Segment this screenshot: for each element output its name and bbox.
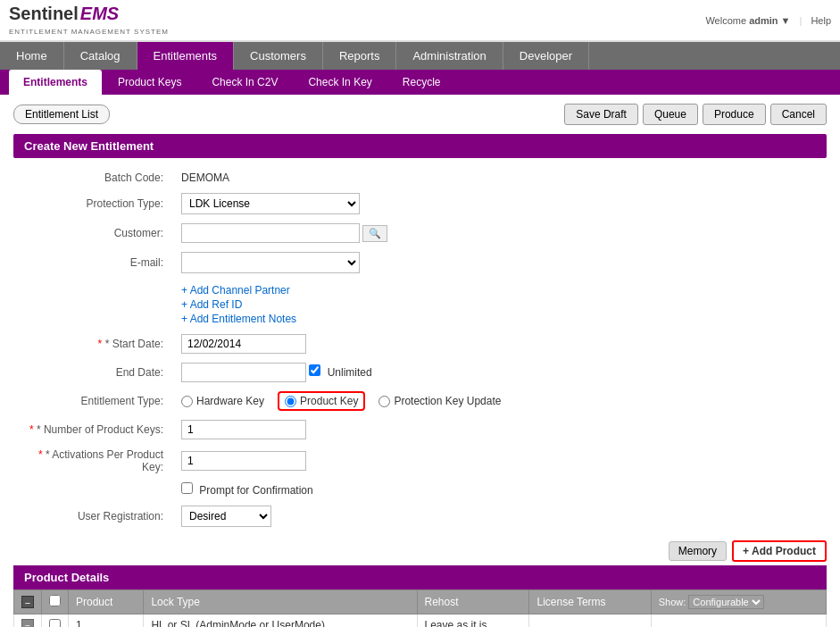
save-draft-button-top[interactable]: Save Draft <box>564 104 638 125</box>
col-rehost: Rehost <box>417 590 529 614</box>
customer-label: Customer: <box>13 219 174 247</box>
end-date-label: End Date: <box>13 358 174 387</box>
col-show: Show: Configurable All <box>651 590 826 614</box>
license-terms-cell <box>529 614 651 628</box>
nav-entitlements[interactable]: Entitlements <box>137 42 235 70</box>
app-logo: Sentinel EMS ENTITLEMENT MANAGEMENT SYST… <box>9 4 169 37</box>
nav-customers[interactable]: Customers <box>234 42 323 70</box>
customer-search-button[interactable]: 🔍 <box>362 225 387 242</box>
email-select[interactable] <box>181 252 360 273</box>
nav-developer[interactable]: Developer <box>503 42 589 70</box>
add-product-button[interactable]: + Add Product <box>732 540 827 562</box>
produce-button-top[interactable]: Produce <box>703 104 766 125</box>
email-label: E-mail: <box>13 247 174 278</box>
product-row: − 1 HL or SL (AdminMode or UserMode) Lea… <box>14 614 827 628</box>
top-action-bar: Entitlement List Save Draft Queue Produc… <box>13 104 827 125</box>
logo-sentinel: Sentinel <box>9 4 79 24</box>
subnav-check-in-key[interactable]: Check In Key <box>294 70 386 95</box>
hardware-key-option[interactable]: Hardware Key <box>181 395 264 407</box>
num-product-keys-label: * * Number of Product Keys: <box>13 415 174 444</box>
help-link[interactable]: Help <box>811 15 831 26</box>
create-entitlement-header: Create New Entitlement <box>13 134 827 158</box>
user-registration-select[interactable]: Desired Required Not Required <box>181 506 271 527</box>
cancel-button-top[interactable]: Cancel <box>770 104 827 125</box>
col-collapse: − <box>14 590 42 614</box>
start-date-label: * * Start Date: <box>13 330 174 358</box>
add-channel-partner-link[interactable]: + Add Channel Partner <box>181 284 819 297</box>
top-action-buttons: Save Draft Queue Produce Cancel <box>564 104 827 125</box>
user-registration-label: User Registration: <box>13 501 174 531</box>
col-license-terms: License Terms <box>529 590 651 614</box>
configurable-cell <box>651 614 826 628</box>
batch-code-label: Batch Code: <box>13 167 174 188</box>
activations-per-key-label: * * Activations Per Product Key: <box>13 444 174 478</box>
product-key-radio[interactable] <box>285 396 296 407</box>
nav-home[interactable]: Home <box>0 42 64 70</box>
lock-type-cell: HL or SL (AdminMode or UserMode) <box>144 614 417 628</box>
prompt-confirmation-checkbox[interactable] <box>181 482 193 494</box>
start-date-input[interactable] <box>181 334 306 354</box>
logo-subtitle: ENTITLEMENT MANAGEMENT SYSTEM <box>9 28 169 36</box>
sub-navigation: Entitlements Product Keys Check In C2V C… <box>0 70 840 95</box>
subnav-product-keys[interactable]: Product Keys <box>104 70 195 95</box>
entitlement-list-breadcrumb-top[interactable]: Entitlement List <box>13 104 110 124</box>
add-ref-id-link[interactable]: + Add Ref ID <box>181 298 819 311</box>
row-checkbox[interactable] <box>49 619 61 627</box>
entitlement-form: Batch Code: DEMOMA Protection Type: LDK … <box>13 167 827 531</box>
subnav-entitlements[interactable]: Entitlements <box>9 70 102 95</box>
nav-catalog[interactable]: Catalog <box>64 42 137 70</box>
protection-type-label: Protection Type: <box>13 188 174 219</box>
col-lock-type: Lock Type <box>144 590 417 614</box>
col-product: Product <box>69 590 144 614</box>
product-details-header: Product Details <box>13 565 827 589</box>
unlimited-checkbox[interactable] <box>309 364 320 376</box>
welcome-text: Welcome admin ▼ <box>705 15 790 26</box>
prompt-confirm-label-cell <box>13 478 174 501</box>
protection-key-update-radio[interactable] <box>378 396 390 407</box>
show-select[interactable]: Configurable All <box>688 595 764 609</box>
links-label <box>13 278 174 330</box>
activations-per-key-input[interactable] <box>181 451 306 471</box>
unlimited-label: Unlimited <box>328 366 372 379</box>
protection-type-select[interactable]: LDK License HL License SL License <box>181 193 360 214</box>
subnav-recycle[interactable]: Recycle <box>388 70 455 95</box>
col-checkbox <box>42 590 69 614</box>
customer-input[interactable] <box>181 223 360 243</box>
subnav-check-in-c2v[interactable]: Check In C2V <box>197 70 292 95</box>
entitlement-type-label: Entitlement Type: <box>13 387 174 415</box>
nav-administration[interactable]: Administration <box>396 42 503 70</box>
memory-button[interactable]: Memory <box>669 541 727 561</box>
rehost-cell: Leave as it is <box>417 614 529 628</box>
collapse-all-icon[interactable]: − <box>21 596 34 608</box>
nav-reports[interactable]: Reports <box>323 42 397 70</box>
end-date-input[interactable] <box>181 363 306 382</box>
product-details-table: − Product Lock Type Rehost License Terms… <box>13 589 827 627</box>
batch-code-value: DEMOMA <box>174 167 827 188</box>
entitlement-type-radio-group: Hardware Key Product Key Protection Key … <box>181 391 819 411</box>
add-entitlement-notes-link[interactable]: + Add Entitlement Notes <box>181 313 819 325</box>
logo-ems: EMS <box>80 4 119 24</box>
hardware-key-radio[interactable] <box>181 396 193 407</box>
main-content: Entitlement List Save Draft Queue Produc… <box>0 95 840 627</box>
top-right-bar: Welcome admin ▼ | Help <box>705 15 831 26</box>
queue-button-top[interactable]: Queue <box>643 104 698 125</box>
product-id-cell: 1 <box>69 614 144 628</box>
select-all-checkbox[interactable] <box>49 595 61 606</box>
main-navigation: Home Catalog Entitlements Customers Repo… <box>0 42 840 70</box>
protection-key-update-option[interactable]: Protection Key Update <box>378 395 501 407</box>
product-key-option[interactable]: Product Key <box>278 391 365 411</box>
row-expand-icon[interactable]: − <box>21 619 34 627</box>
prompt-confirmation-label: Prompt for Confirmation <box>199 484 312 497</box>
num-product-keys-input[interactable] <box>181 420 306 439</box>
